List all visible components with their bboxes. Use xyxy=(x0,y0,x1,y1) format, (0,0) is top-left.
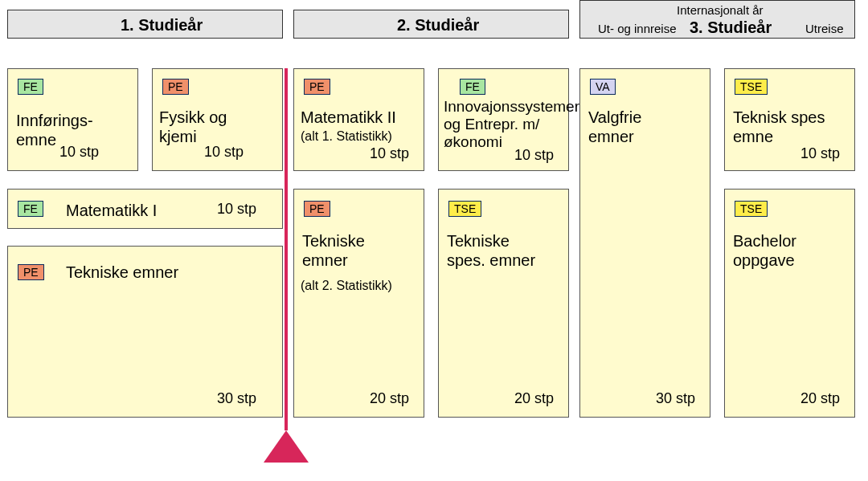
course-title: Matematikk II xyxy=(301,108,396,127)
course-title: Valgfrie emner xyxy=(588,108,641,146)
tag-pe: PE xyxy=(304,201,330,217)
study-plan-diagram: 1. Studieår 2. Studieår Internasjonalt å… xyxy=(0,0,868,481)
course-credits: 30 stp xyxy=(656,390,695,407)
course-credits: 10 stp xyxy=(204,144,244,161)
tag-fe: FE xyxy=(18,79,43,95)
course-tekniske-emner-y2: PE Tekniske emner (alt 2. Statistikk) 20… xyxy=(293,189,424,418)
course-matematikk1: FE Matematikk I 10 stp xyxy=(7,189,283,229)
course-title: Tekniske emner xyxy=(66,263,178,282)
tag-tse: TSE xyxy=(735,201,768,217)
year3-label: 3. Studieår xyxy=(690,18,772,37)
course-credits: 20 stp xyxy=(514,390,554,407)
course-tekniske-spes-y2: TSE Tekniske spes. emner 20 stp xyxy=(438,189,569,418)
course-valgfrie: VA Valgfrie emner 30 stp xyxy=(579,68,710,418)
course-credits: 30 stp xyxy=(217,390,256,407)
course-title: Fysikk og kjemi xyxy=(159,108,227,146)
tag-va: VA xyxy=(590,79,616,95)
course-credits: 10 stp xyxy=(800,145,840,162)
course-title: Tekniske emner xyxy=(302,231,365,270)
year3-top-sub: Internasjonalt år xyxy=(677,3,764,17)
course-credits: 10 stp xyxy=(59,144,99,161)
course-matematikk2: PE Matematikk II (alt 1. Statistikk) 10 … xyxy=(293,68,424,171)
year1-label: 1. Studieår xyxy=(121,16,203,35)
tag-pe: PE xyxy=(162,79,189,95)
course-credits: 20 stp xyxy=(800,390,840,407)
course-fysikk-kjemi: PE Fysikk og kjemi 10 stp xyxy=(152,68,283,171)
course-title: Tekniske spes. emner xyxy=(447,231,535,270)
tag-fe: FE xyxy=(460,79,485,95)
course-innovasjon: FE Innovajonssystemer og Entrepr. m/ øko… xyxy=(438,68,569,171)
course-tekniske-emner-y1: PE Tekniske emner 30 stp xyxy=(7,246,283,418)
course-subtitle: (alt 1. Statistikk) xyxy=(301,128,392,144)
course-teknisk-spes-y3: TSE Teknisk spes emne 10 stp xyxy=(724,68,855,171)
tag-tse: TSE xyxy=(735,79,768,95)
course-credits: 10 stp xyxy=(370,145,409,162)
tag-pe: PE xyxy=(18,264,44,280)
course-title: Teknisk spes emne xyxy=(733,108,825,146)
year3-left-sub: Ut- og innreise xyxy=(598,22,677,35)
course-innforingsemne: FE Innførings- emne 10 stp xyxy=(7,68,138,171)
year1-header: 1. Studieår xyxy=(7,10,283,39)
course-title: Innovajonssystemer og Entrepr. m/ økonom… xyxy=(444,98,579,151)
tag-fe: FE xyxy=(18,201,43,217)
tag-tse: TSE xyxy=(448,201,481,217)
course-credits: 10 stp xyxy=(217,201,256,218)
course-title: Bachelor oppgave xyxy=(733,231,796,270)
course-bachelor: TSE Bachelor oppgave 20 stp xyxy=(724,189,855,418)
tag-pe: PE xyxy=(304,79,330,95)
course-credits: 10 stp xyxy=(514,147,554,164)
year2-header: 2. Studieår xyxy=(293,10,569,39)
course-title: Matematikk I xyxy=(66,201,157,220)
divider-arrow-icon xyxy=(264,430,309,463)
course-credits: 20 stp xyxy=(370,390,409,407)
year3-right-sub: Utreise xyxy=(805,22,844,35)
year2-label: 2. Studieår xyxy=(397,16,479,35)
course-subtitle: (alt 2. Statistikk) xyxy=(301,278,392,293)
divider-line xyxy=(285,68,288,430)
year3-header: Internasjonalt år Ut- og innreise 3. Stu… xyxy=(579,0,855,39)
